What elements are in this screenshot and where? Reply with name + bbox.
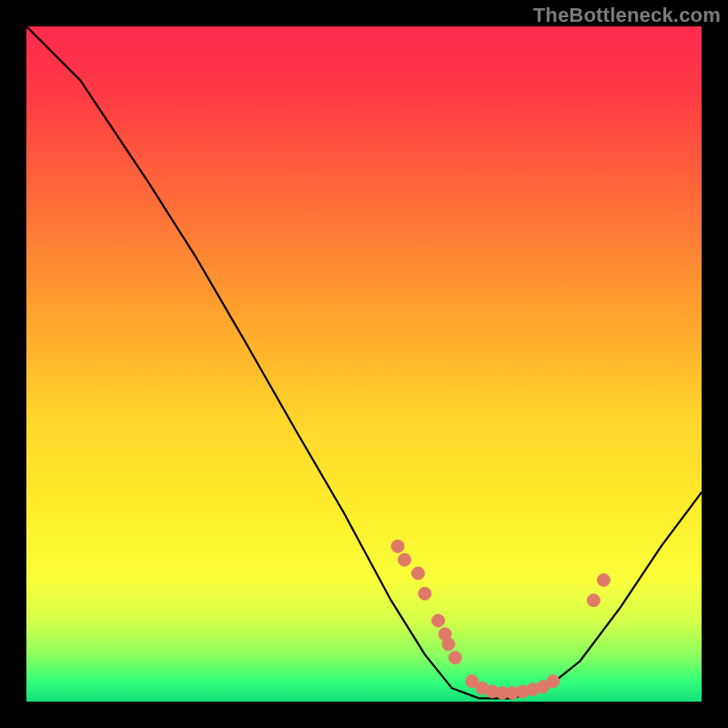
data-marker	[547, 675, 560, 688]
watermark-label: TheBottleneck.com	[533, 4, 721, 27]
data-marker	[442, 638, 455, 651]
data-marker	[391, 540, 404, 552]
data-marker	[587, 594, 600, 607]
data-marker	[432, 614, 445, 627]
chart-svg	[26, 26, 702, 702]
data-marker	[449, 652, 461, 664]
chart-container: TheBottleneck.com	[0, 0, 728, 728]
marker-group	[391, 540, 610, 699]
data-marker	[419, 587, 431, 600]
data-marker	[597, 573, 610, 586]
data-marker	[399, 553, 411, 566]
bottleneck-curve	[26, 26, 702, 698]
data-marker	[411, 567, 424, 580]
plot-area	[26, 26, 702, 702]
